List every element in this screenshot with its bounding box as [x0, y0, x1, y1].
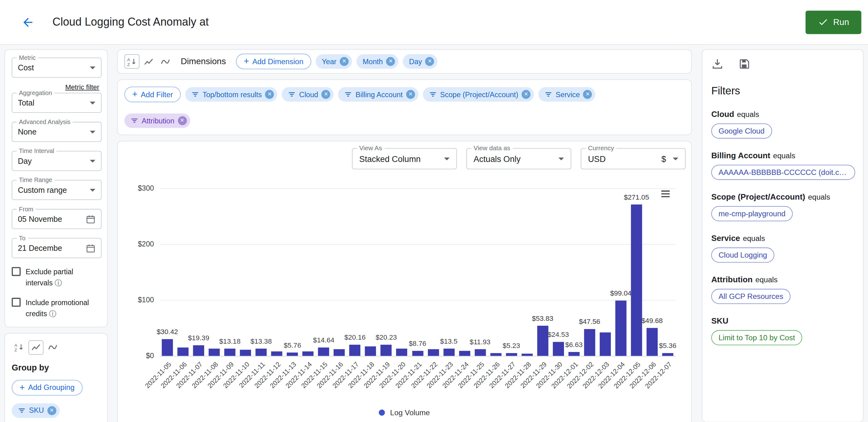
dropdown-arrow-icon — [90, 189, 95, 191]
remove-chip-icon[interactable]: × — [265, 90, 274, 99]
chip-month[interactable]: Month× — [357, 54, 399, 69]
chip-day[interactable]: Day× — [403, 54, 438, 69]
groupby-trend-line-icon[interactable] — [28, 340, 43, 355]
filter-group-attribution: AttributionequalsAll GCP Resources — [711, 275, 854, 304]
remove-chip-icon[interactable]: × — [321, 90, 331, 99]
chip-label: Top/bottom results — [203, 90, 262, 99]
filter-group-title: Billing Accountequals — [711, 151, 854, 160]
bar-value-label: $53.83 — [518, 315, 568, 322]
field-from[interactable]: From05 Novembe — [12, 209, 102, 229]
check-icon — [817, 17, 828, 27]
add-filter-button[interactable]: + Add Filter — [124, 87, 181, 103]
remove-chip-icon[interactable]: × — [406, 90, 415, 99]
chip-sku[interactable]: SKU× — [12, 403, 59, 418]
bar-2022-11-19 — [381, 344, 392, 356]
chip-top-bottom-results[interactable]: Top/bottom results× — [185, 87, 278, 102]
back-button[interactable] — [21, 16, 34, 29]
checkbox-include-promotional-credits[interactable]: Include promotional credits ⓘ — [12, 298, 100, 320]
checkbox-box-icon[interactable] — [12, 267, 21, 276]
metric-filter-link[interactable]: Metric filter — [65, 83, 99, 91]
filter-value-chip-limit-to-top-10-by-cost[interactable]: Limit to Top 10 by Cost — [711, 330, 802, 345]
arrow-left-icon — [21, 16, 34, 29]
bar-2022-12-04 — [615, 301, 626, 356]
remove-chip-icon[interactable]: × — [178, 116, 187, 125]
field-time-interval[interactable]: Time IntervalDay — [12, 151, 102, 171]
field-to[interactable]: To21 Decembe — [12, 238, 102, 258]
checkbox-exclude-partial-intervals[interactable]: Exclude partial intervals ⓘ — [12, 266, 100, 289]
filters-panel-title: Filters — [711, 85, 854, 97]
field-value: Total — [18, 99, 87, 107]
dropdown-arrow-icon — [673, 157, 678, 160]
groupby-smooth-line-icon[interactable] — [45, 340, 60, 355]
view-data-as-select[interactable]: View data as Actuals Only — [466, 148, 571, 169]
dropdown-arrow-icon — [90, 131, 95, 133]
bar-value-label: $271.05 — [612, 193, 662, 201]
chip-year[interactable]: Year× — [316, 54, 352, 69]
dimensions-sort-alphabetical-icon[interactable]: AZ — [124, 54, 140, 69]
bar-value-label: $5.36 — [643, 342, 691, 349]
info-icon[interactable]: ⓘ — [49, 310, 56, 318]
run-button[interactable]: Run — [805, 10, 861, 34]
filter-group-operator: equals — [773, 151, 795, 160]
add-grouping-button[interactable]: + Add Grouping — [12, 380, 82, 395]
currency-select[interactable]: Currency USD $ — [581, 148, 685, 169]
view-as-select[interactable]: View As Stacked Column — [352, 148, 457, 169]
chip-billing-account[interactable]: Billing Account× — [338, 87, 418, 102]
chip-scope-project-account[interactable]: Scope (Project/Account)× — [423, 87, 534, 102]
save-button[interactable] — [738, 58, 750, 72]
field-value: Cost — [18, 63, 87, 72]
run-label: Run — [833, 17, 849, 27]
field-value: USD — [588, 154, 657, 164]
save-icon — [738, 58, 750, 70]
filter-value-chip-google-cloud[interactable]: Google Cloud — [711, 123, 772, 139]
calendar-icon[interactable] — [86, 244, 95, 253]
chip-cloud[interactable]: Cloud× — [282, 87, 334, 102]
field-label: Metric — [17, 54, 38, 61]
filter-value-chip-cloud-logging[interactable]: Cloud Logging — [711, 247, 774, 262]
remove-chip-icon[interactable]: × — [425, 57, 434, 66]
filter-value-chip-all-gcp-resources[interactable]: All GCP Resources — [711, 289, 790, 304]
remove-chip-icon[interactable]: × — [386, 57, 395, 66]
y-axis-label: $0 — [120, 351, 154, 360]
page-title: Cloud Logging Cost Anomaly at — [52, 16, 805, 29]
remove-chip-icon[interactable]: × — [522, 90, 530, 99]
bar-2022-11-07 — [193, 345, 204, 356]
groupby-sort-alphabetical-icon[interactable]: AZ — [12, 340, 27, 355]
dimensions-smooth-line-icon[interactable] — [158, 54, 173, 69]
legend-item-log-volume[interactable]: Log Volume — [118, 409, 691, 417]
remove-chip-icon[interactable]: × — [47, 406, 56, 415]
filter-value-label: Cloud Logging — [719, 251, 767, 259]
field-value: 21 Decembe — [18, 244, 86, 253]
filter-value-chip-me-cmp-playground[interactable]: me-cmp-playground — [711, 206, 793, 221]
remove-chip-icon[interactable]: × — [340, 57, 349, 66]
bar-2022-11-15 — [318, 348, 329, 356]
chip-label: Billing Account — [355, 90, 403, 99]
checkbox-box-icon[interactable] — [12, 298, 21, 307]
add-dimension-button[interactable]: + Add Dimension — [236, 54, 311, 69]
field-time-range[interactable]: Time RangeCustom range — [12, 180, 102, 200]
filters-panel: Filters CloudequalsGoogle CloudBilling A… — [702, 49, 863, 422]
chip-label: Year — [322, 57, 337, 66]
remove-chip-icon[interactable]: × — [583, 90, 592, 99]
chip-service[interactable]: Service× — [538, 87, 595, 102]
bar-2022-12-02 — [584, 330, 595, 356]
filter-value-chip-aaaaaa-bbbbbb-cccccc-doit-cm[interactable]: AAAAAA-BBBBBB-CCCCCC (doit.cm… — [711, 165, 855, 180]
chip-attribution[interactable]: Attribution× — [124, 114, 190, 128]
filter-value-label: Google Cloud — [719, 127, 765, 135]
filter-group-operator: equals — [743, 234, 765, 243]
add-dimension-label: Add Dimension — [252, 57, 303, 66]
dimensions-title: Dimensions — [181, 56, 226, 67]
bar-2022-11-09 — [224, 348, 235, 356]
filter-group-name: SKU — [711, 316, 728, 325]
field-value: None — [18, 128, 87, 136]
calendar-icon[interactable] — [86, 215, 95, 224]
download-icon — [711, 58, 723, 70]
query-settings-panel: MetricCost Metric filter AggregationTota… — [4, 49, 107, 422]
chip-label: Attribution — [142, 117, 174, 125]
field-aggregation[interactable]: AggregationTotal — [12, 93, 102, 113]
field-advanced-analysis[interactable]: Advanced AnalysisNone — [12, 122, 102, 142]
info-icon[interactable]: ⓘ — [55, 279, 62, 287]
field-metric[interactable]: MetricCost — [12, 58, 102, 78]
download-button[interactable] — [711, 58, 723, 72]
dimensions-trend-line-icon[interactable] — [141, 54, 156, 69]
